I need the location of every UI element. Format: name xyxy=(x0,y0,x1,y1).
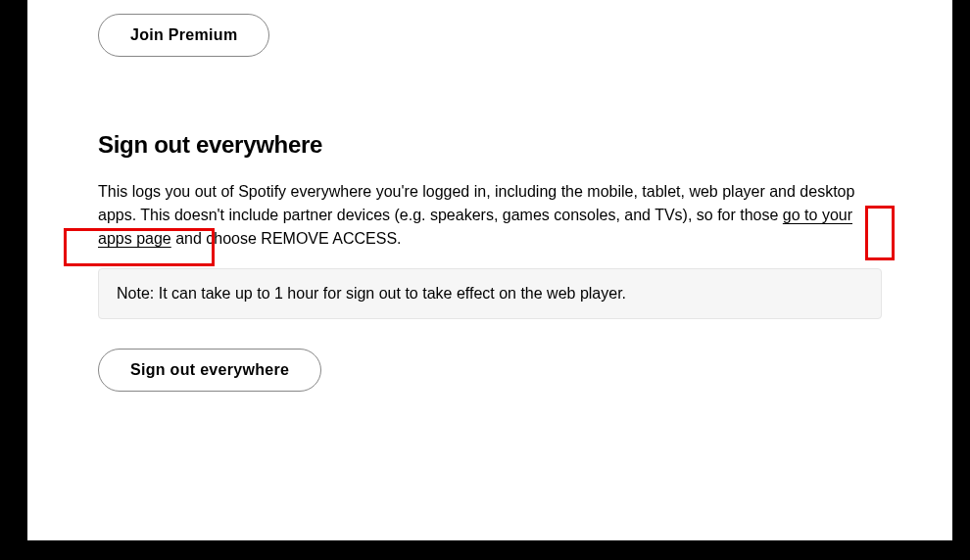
desc-text-1: This logs you out of Spotify everywhere … xyxy=(98,183,854,223)
signout-button-wrap: Sign out everywhere xyxy=(98,349,882,392)
signout-heading: Sign out everywhere xyxy=(98,131,882,159)
signout-description: This logs you out of Spotify everywhere … xyxy=(98,180,882,251)
content-area: Join Premium Sign out everywhere This lo… xyxy=(27,0,952,392)
window: Join Premium Sign out everywhere This lo… xyxy=(27,0,952,540)
join-premium-button[interactable]: Join Premium xyxy=(98,14,269,57)
desc-text-2: and choose REMOVE ACCESS. xyxy=(171,230,402,247)
note-box: Note: It can take up to 1 hour for sign … xyxy=(98,268,882,319)
signout-everywhere-button[interactable]: Sign out everywhere xyxy=(98,349,321,392)
